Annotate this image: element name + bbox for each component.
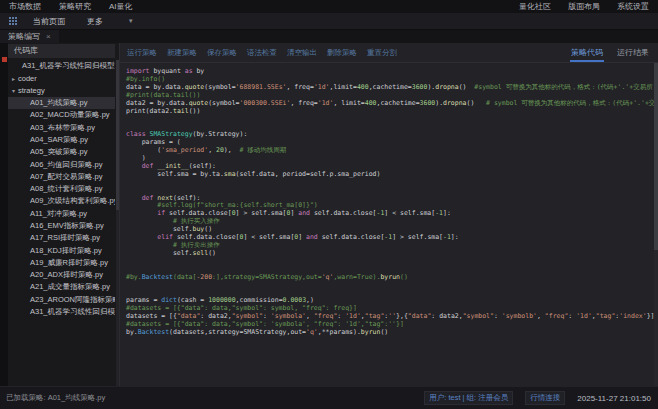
- tree-file[interactable]: A07_配对交易策略.py: [8, 171, 115, 183]
- menu-item[interactable]: 策略研究: [59, 1, 91, 12]
- tree-file[interactable]: A31_机器学习线性回归模型策...: [8, 306, 115, 318]
- top-menubar: 市场数据策略研究AI量化 量化社区版面布局系统设置: [0, 0, 658, 13]
- code-lines: import byquant as by#by.info()data = by.…: [126, 68, 648, 337]
- tree-item-label: strategy: [18, 86, 45, 95]
- tree-item-label: coder: [18, 74, 37, 83]
- tree-folder[interactable]: ▾strategy: [8, 85, 115, 97]
- code-line: [126, 187, 648, 195]
- market-connection-chip[interactable]: 行情连接: [525, 391, 565, 405]
- code-line: [126, 281, 648, 289]
- menu-item[interactable]: AI量化: [109, 1, 133, 12]
- tree-item-label: A09_次级结构套利策略.py: [30, 196, 115, 206]
- code-line: class SMAStrategy(by.Strategy):: [126, 131, 648, 139]
- status-bar: 已加载策略: A01_均线策略.py 用户: test | 组: 注册会员 行情…: [0, 387, 658, 409]
- tree-file[interactable]: A01_均线策略.py: [8, 97, 115, 109]
- page-tab-bar: 策略编写 ×: [0, 30, 658, 43]
- tree-item-label: A31_机器学习线性回归模型策...: [30, 307, 115, 317]
- tree-item-label: A05_突破策略.py: [30, 147, 88, 157]
- main-region: 代码库 A31_机器学习线性回归模型策略.py▸coder▾strategyA0…: [0, 43, 658, 387]
- tree-item-label: A07_配对交易策略.py: [30, 172, 103, 182]
- chevron-down-icon[interactable]: ▾: [12, 87, 15, 94]
- menu-item[interactable]: 市场数据: [9, 1, 41, 12]
- code-line: import byquant as by: [126, 68, 648, 76]
- code-line: [126, 115, 648, 123]
- view-tabs: 策略代码运行结果: [570, 43, 658, 62]
- tree-item-label: A17_RSI择时策略.py: [30, 233, 100, 243]
- code-library-sidebar: 代码库 A31_机器学习线性回归模型策略.py▸coder▾strategyA0…: [0, 43, 120, 386]
- tree-file[interactable]: A05_突破策略.py: [8, 146, 115, 158]
- toolbar-button[interactable]: 新建策略: [167, 48, 197, 58]
- toolbar-button[interactable]: 清空输出: [287, 48, 317, 58]
- toolbar-button[interactable]: 语法检查: [247, 48, 277, 58]
- view-tab[interactable]: 运行结果: [616, 47, 650, 62]
- toolbar-button[interactable]: 运行策略: [127, 48, 157, 58]
- tree-file[interactable]: A09_次级结构套利策略.py: [8, 195, 115, 207]
- app-window: 市场数据策略研究AI量化 量化社区版面布局系统设置 当前页面 更多 ▾ 策略编写…: [0, 0, 658, 409]
- apps-grid-icon[interactable]: [9, 17, 17, 25]
- tree-item-label: A03_布林带策略.py: [30, 123, 95, 133]
- tree-file[interactable]: A18_KDJ择时策略.py: [8, 244, 115, 256]
- tree-item-label: A20_ADX择时策略.py: [30, 270, 103, 280]
- tree-file[interactable]: A20_ADX择时策略.py: [8, 269, 115, 281]
- nav-bar: 当前页面 更多 ▾: [0, 13, 658, 30]
- menu-item[interactable]: 量化社区: [519, 1, 551, 12]
- tree-item-label: A31_机器学习线性回归模型策略.py: [22, 61, 115, 71]
- menubar-right: 量化社区版面布局系统设置: [519, 1, 658, 12]
- tree-item-label: A19_威廉R择时策略.py: [30, 258, 108, 268]
- code-line: by.Backtest(datasets,strategy=SMAStrateg…: [126, 329, 648, 337]
- editor-panel: 运行策略新建策略保存策略语法检查清空输出删除策略重置分割 策略代码运行结果 im…: [120, 43, 658, 386]
- more-menu[interactable]: 更多: [87, 16, 103, 27]
- tree-file[interactable]: A04_SAR策略.py: [8, 134, 115, 146]
- chevron-down-icon[interactable]: ▾: [129, 17, 133, 25]
- red-square-icon: [2, 57, 7, 62]
- tree-item-label: A11_对冲策略.py: [30, 209, 87, 219]
- code-line: self.sma = by.ta.sma(self.data, period=s…: [126, 171, 648, 179]
- editor-scrollbar[interactable]: [654, 63, 658, 386]
- tree-file[interactable]: A02_MACD动量策略.py: [8, 109, 115, 121]
- sidebar-scrollbar[interactable]: [116, 60, 119, 386]
- tree-file[interactable]: A19_威廉R择时策略.py: [8, 257, 115, 269]
- sidebar-strip: [0, 43, 8, 386]
- tree-file[interactable]: A11_对冲策略.py: [8, 208, 115, 220]
- panel-title: 代码库: [8, 44, 115, 58]
- menu-item[interactable]: 版面布局: [568, 1, 600, 12]
- tree-item-label: A18_KDJ择时策略.py: [30, 246, 102, 256]
- user-info-chip[interactable]: 用户: test | 组: 注册会员: [424, 391, 513, 405]
- code-line: self.sell(): [126, 250, 648, 258]
- tree-item-label: A23_AROON阿隆指标策略.py: [30, 295, 115, 305]
- toolbar-button[interactable]: 重置分割: [367, 48, 397, 58]
- toolbar-button[interactable]: 删除策略: [327, 48, 357, 58]
- tab-strategy-editor[interactable]: 策略编写 ×: [0, 30, 59, 43]
- tree-file[interactable]: A16_EMV指标策略.py: [8, 220, 115, 232]
- tree-file[interactable]: A23_AROON阿隆指标策略.py: [8, 294, 115, 306]
- editor-toolbar: 运行策略新建策略保存策略语法检查清空输出删除策略重置分割 策略代码运行结果: [120, 43, 658, 63]
- tree-file[interactable]: A03_布林带策略.py: [8, 121, 115, 133]
- code-line: data = by.data.quote(symbol='688981.SSEs…: [126, 84, 648, 92]
- tree-item-label: A02_MACD动量策略.py: [30, 110, 110, 120]
- code-line: [126, 258, 648, 266]
- close-icon[interactable]: ×: [46, 32, 51, 41]
- toolbar-buttons: 运行策略新建策略保存策略语法检查清空输出删除策略重置分割: [127, 48, 407, 58]
- tree-folder[interactable]: ▸coder: [8, 72, 115, 84]
- tree-file[interactable]: A06_均值回归策略.py: [8, 158, 115, 170]
- tree-file[interactable]: A21_成交量指标策略.py: [8, 281, 115, 293]
- code-line: print(data2.tail()): [126, 108, 648, 116]
- tree-item-label: A08_统计套利策略.py: [30, 184, 103, 194]
- tree-file[interactable]: A08_统计套利策略.py: [8, 183, 115, 195]
- current-page-label[interactable]: 当前页面: [33, 16, 65, 27]
- menubar-left: 市场数据策略研究AI量化: [0, 1, 133, 12]
- status-datetime: 2025-11-27 21:01:50: [577, 394, 651, 403]
- view-tab[interactable]: 策略代码: [570, 47, 604, 62]
- toolbar-button[interactable]: 保存策略: [207, 48, 237, 58]
- code-line: [126, 179, 648, 187]
- code-editor[interactable]: import byquant as by#by.info()data = by.…: [120, 63, 658, 386]
- tree-item-label: A21_成交量指标策略.py: [30, 282, 110, 292]
- menu-item[interactable]: 系统设置: [617, 1, 649, 12]
- tree-file[interactable]: A17_RSI择时策略.py: [8, 232, 115, 244]
- tree-item-label: A16_EMV指标策略.py: [30, 221, 104, 231]
- chevron-right-icon[interactable]: ▸: [12, 75, 15, 82]
- tree-file[interactable]: A31_机器学习线性回归模型策略.py: [8, 60, 115, 72]
- tab-label: 策略编写: [8, 31, 40, 42]
- code-line: ('sma_period', 20), # 移动均线周期: [126, 147, 648, 155]
- status-right: 用户: test | 组: 注册会员 行情连接 2025-11-27 21:01…: [424, 391, 658, 405]
